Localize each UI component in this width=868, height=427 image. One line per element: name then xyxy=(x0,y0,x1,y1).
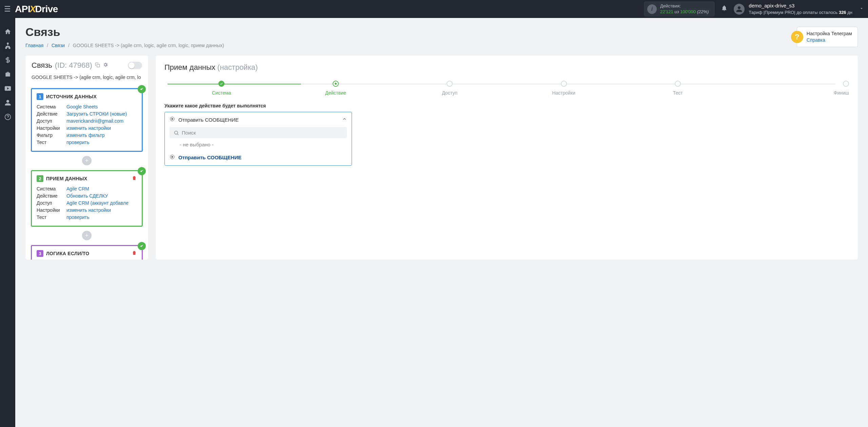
gear-icon[interactable] xyxy=(103,62,108,69)
play-icon xyxy=(170,116,175,123)
step-access[interactable]: Доступ xyxy=(393,81,507,96)
help-icon[interactable] xyxy=(4,114,11,122)
badge-2: 2 xyxy=(37,175,43,182)
step-finish[interactable]: Финиш xyxy=(735,81,849,96)
topbar: ☰ APIXDrive i Действия: 22'121 из 100'00… xyxy=(0,0,868,18)
trash-icon[interactable] xyxy=(132,175,137,182)
svg-point-3 xyxy=(175,131,178,134)
dollar-icon[interactable] xyxy=(4,57,11,65)
breadcrumb: Главная / Связи / GOOGLE SHEETS -> (agil… xyxy=(25,43,797,48)
info-icon: i xyxy=(647,4,657,14)
check-icon xyxy=(138,167,146,175)
conn-subtitle: GOOGLE SHEETS -> (agile crm, logic, agil… xyxy=(32,75,142,80)
check-icon xyxy=(138,85,146,93)
step-action[interactable]: Действие xyxy=(279,81,393,96)
action-prompt: Укажите какое действие будет выполнятся xyxy=(164,103,849,108)
block-dest: 2 ПРИЕМ ДАННЫХ СистемаAgile CRM Действие… xyxy=(31,170,143,227)
badge-1: 1 xyxy=(37,93,43,100)
menu-icon[interactable]: ☰ xyxy=(4,5,11,14)
page-title: Связь xyxy=(25,25,797,39)
help-box[interactable]: ? Настройка Телеграм Справка xyxy=(797,27,858,47)
step-settings[interactable]: Настройки xyxy=(507,81,621,96)
crumb-home[interactable]: Главная xyxy=(25,43,43,48)
sidenav xyxy=(0,18,15,427)
option-none[interactable]: - не выбрано - xyxy=(170,138,347,147)
search-icon xyxy=(174,130,179,136)
stepper: Система Действие Доступ Настройки Тест Ф… xyxy=(164,81,849,96)
search-input[interactable] xyxy=(170,127,347,138)
youtube-icon[interactable] xyxy=(4,85,11,93)
user-icon[interactable] xyxy=(4,99,11,107)
conn-title: Связь xyxy=(32,61,52,70)
copy-icon[interactable] xyxy=(95,62,100,69)
option-send-message[interactable]: Отправить СООБЩЕНИЕ xyxy=(170,151,347,161)
crumb-current: GOOGLE SHEETS -> (agile crm, logic, agil… xyxy=(73,43,224,48)
step-system[interactable]: Система xyxy=(164,81,279,96)
briefcase-icon[interactable] xyxy=(4,71,11,79)
block-source: 1 ИСТОЧНИК ДАННЫХ СистемаGoogle Sheets Д… xyxy=(31,88,143,152)
svg-rect-1 xyxy=(97,64,99,67)
user-menu[interactable]: demo_apix-drive_s3 Тариф |Премиум PRO| д… xyxy=(734,3,864,15)
home-icon[interactable] xyxy=(4,28,11,36)
bell-icon[interactable] xyxy=(721,5,728,13)
logo[interactable]: APIXDrive xyxy=(15,4,58,15)
avatar-icon xyxy=(734,4,745,15)
step-test[interactable]: Тест xyxy=(621,81,735,96)
crumb-links[interactable]: Связи xyxy=(52,43,65,48)
badge-3: 3 xyxy=(37,250,43,257)
block-logic: 3 ЛОГИКА ЕСЛИ/ТО xyxy=(31,245,143,260)
conn-toggle[interactable] xyxy=(128,62,142,69)
question-icon: ? xyxy=(791,31,803,43)
help-link[interactable]: Справка xyxy=(807,37,825,43)
chevron-up-icon xyxy=(342,117,347,123)
add-button[interactable]: + xyxy=(82,156,92,165)
actions-counter[interactable]: i Действия: 22'121 из 100'000 (22%) xyxy=(644,1,715,17)
conn-id: (ID: 47968) xyxy=(55,61,92,70)
right-heading: Прием данных (настройка) xyxy=(164,63,849,72)
username: demo_apix-drive_s3 xyxy=(749,3,852,9)
sitemap-icon[interactable] xyxy=(4,42,11,50)
trash-icon[interactable] xyxy=(132,250,137,257)
chevron-down-icon xyxy=(859,6,864,12)
action-select[interactable]: Отправить СООБЩЕНИЕ - не выбрано - xyxy=(164,112,352,166)
add-button[interactable]: + xyxy=(82,231,92,240)
check-icon xyxy=(138,242,146,250)
